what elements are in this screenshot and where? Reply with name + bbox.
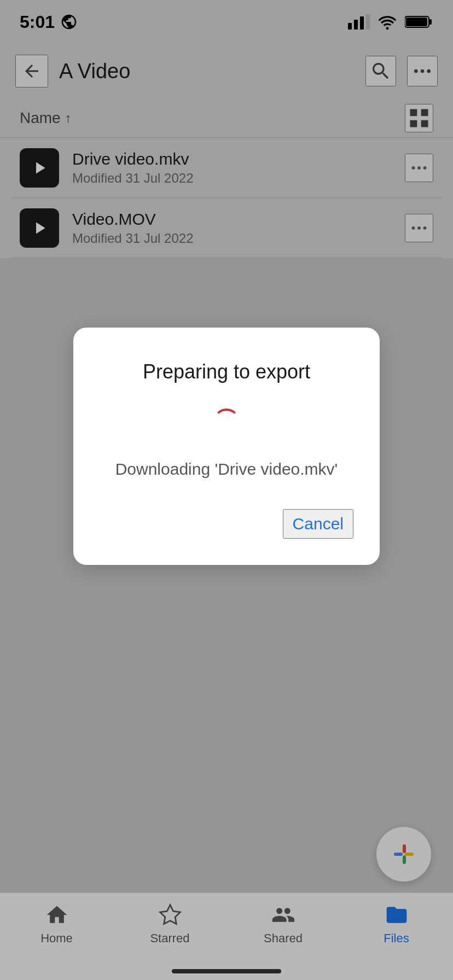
dialog-message: Downloading 'Drive video.mkv' xyxy=(115,460,338,479)
loading-spinner xyxy=(210,405,243,438)
cancel-button[interactable]: Cancel xyxy=(283,509,353,539)
dialog-title: Preparing to export xyxy=(143,360,310,383)
modal-overlay: Preparing to export Downloading 'Drive v… xyxy=(0,0,453,980)
export-dialog: Preparing to export Downloading 'Drive v… xyxy=(73,328,380,565)
